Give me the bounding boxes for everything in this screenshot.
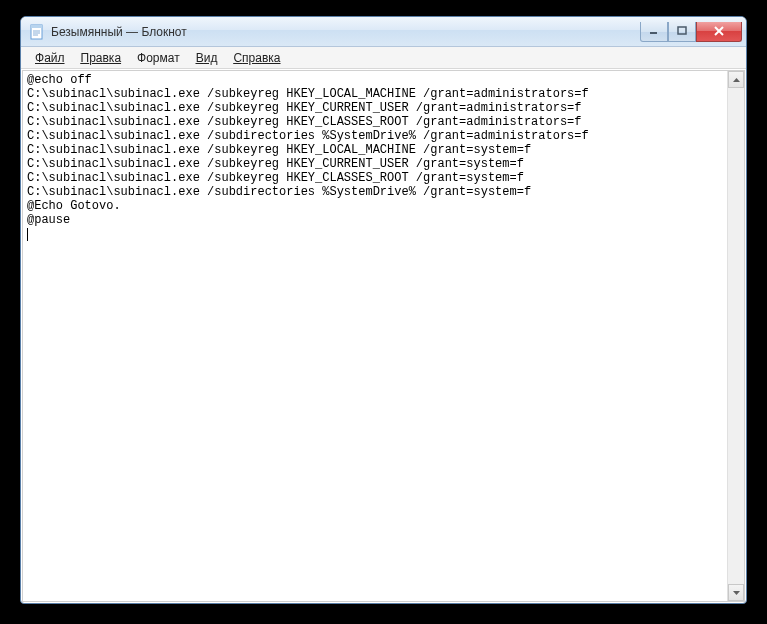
close-button[interactable] [696, 22, 742, 42]
notepad-window: Безымянный — Блокнот Файл Правка Формат … [20, 16, 747, 604]
menu-format[interactable]: Формат [129, 49, 188, 67]
svg-rect-6 [678, 27, 686, 34]
window-title: Безымянный — Блокнот [51, 25, 640, 39]
menu-file[interactable]: Файл [27, 49, 73, 67]
svg-marker-9 [733, 78, 740, 82]
vertical-scrollbar[interactable] [727, 71, 744, 601]
menu-edit[interactable]: Правка [73, 49, 130, 67]
notepad-icon [29, 24, 45, 40]
menubar: Файл Правка Формат Вид Справка [21, 47, 746, 69]
scroll-down-button[interactable] [728, 584, 744, 601]
menu-view[interactable]: Вид [188, 49, 226, 67]
svg-marker-10 [733, 591, 740, 595]
text-editor[interactable]: @echo off C:\subinacl\subinacl.exe /subk… [23, 71, 727, 601]
svg-rect-1 [31, 25, 42, 28]
minimize-button[interactable] [640, 22, 668, 42]
scroll-up-button[interactable] [728, 71, 744, 88]
editor-area: @echo off C:\subinacl\subinacl.exe /subk… [22, 70, 745, 602]
window-controls [640, 22, 742, 42]
scroll-track[interactable] [728, 88, 744, 584]
titlebar[interactable]: Безымянный — Блокнот [21, 17, 746, 47]
maximize-button[interactable] [668, 22, 696, 42]
menu-help[interactable]: Справка [225, 49, 288, 67]
